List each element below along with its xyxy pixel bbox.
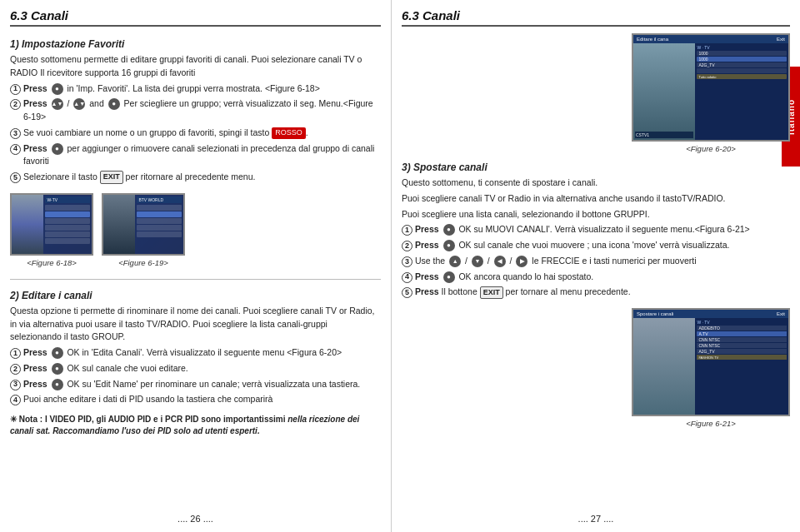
nav-icon-2: ▲▼ xyxy=(73,98,85,110)
menu-r3 xyxy=(45,218,90,224)
figure-18-screen: W-TV xyxy=(10,193,93,256)
menu-r2 xyxy=(45,211,90,217)
move-step-3: 3 Use the ▲ / ▼ / ◀ / ▶ le FRECCIE e i t… xyxy=(402,255,790,268)
figure-18-box: W-TV <Figure 6-18> xyxy=(10,193,93,267)
menu-header-2: BTV WORLD xyxy=(137,196,182,203)
right-icon: ▶ xyxy=(516,256,528,267)
figures-row-1: W-TV <Figure 6-18> BTV WORLD xyxy=(10,193,381,267)
screen20-body: CSTV1 W · TV 1000 1000 A2G_TV Tutto adat… xyxy=(633,43,788,140)
move-step-5: 5 Press Il bottone EXIT per tornare al m… xyxy=(402,286,790,299)
figure-18-label: <Figure 6-18> xyxy=(27,258,77,267)
figure-20-screen: Editare il canaExit CSTV1 W · TV 1000 10… xyxy=(632,33,790,142)
ok-icon-e1: ● xyxy=(52,347,63,359)
ok-icon-3: ● xyxy=(52,143,63,155)
move-step-num-2: 2 xyxy=(402,241,412,251)
edit-step-3: 3 Press ● OK su 'Edit Name' per rinomina… xyxy=(10,378,381,391)
edit-step-num-2: 2 xyxy=(10,364,21,375)
figure-21-container: Spostare i canaliExit W · TV ADDEBITO A.… xyxy=(402,308,790,428)
right-section-title: 6.3 Canali xyxy=(402,8,790,27)
figure-20-label: <Figure 6-20> xyxy=(686,144,736,153)
step-2: 2 Press ▲▼ / ▲▼ and ● Per sciegliere un … xyxy=(10,97,381,124)
move-step-2: 2 Press ● OK sul canale che vuoi muovere… xyxy=(402,239,790,252)
ok-icon-e2: ● xyxy=(52,363,63,375)
figure-19-screen: BTV WORLD xyxy=(102,193,185,256)
step-3: 3 Se vuoi cambiare un nome o un gruppo d… xyxy=(10,127,381,140)
edit-intro: Questa opzione ti permette di rinominare… xyxy=(10,305,381,346)
screen21-img xyxy=(633,318,695,415)
menu2-r1 xyxy=(137,205,182,211)
left-page-num: .... 26 .... xyxy=(10,510,381,524)
ok-icon-m4: ● xyxy=(443,271,455,283)
move-step-num-4: 4 xyxy=(402,272,412,283)
move-step-num-1: 1 xyxy=(402,225,412,236)
edit-step-2: 2 Press ● OK sul canale che vuoi editare… xyxy=(10,362,381,375)
step-4: 4 Press ● per aggiunger o rimuovere cana… xyxy=(10,142,381,169)
subsection3-title: 3) Spostare canali xyxy=(402,162,790,173)
up-icon: ▲ xyxy=(449,256,461,267)
edit-step-4: 4 Puoi anche editare i dati di PID usand… xyxy=(10,393,381,406)
step-num-3: 3 xyxy=(10,128,21,139)
ok-icon-m2: ● xyxy=(443,240,455,251)
red-key: ROSSO xyxy=(272,127,306,139)
menu2-r4 xyxy=(137,225,182,231)
move-step-num-3: 3 xyxy=(402,256,412,267)
menu2-r2 xyxy=(137,211,182,217)
exit-key-2: EXIT xyxy=(480,286,503,300)
note-box: ✳ Nota : I VIDEO PID, gli AUDIO PID e i … xyxy=(10,414,381,437)
screen20-header: Editare il canaExit xyxy=(633,35,788,43)
menu2-r5 xyxy=(137,231,182,237)
move-step-num-5: 5 xyxy=(402,287,412,298)
right-page: Italiano 6.3 Canali Editare il canaExit … xyxy=(392,0,800,532)
move-intro: Questo sottomenu, ti consente di spostar… xyxy=(402,177,790,223)
figure-19-img xyxy=(103,195,135,254)
screen20-img: CSTV1 xyxy=(633,43,695,140)
right-page-num: .... 27 .... xyxy=(402,510,790,524)
down-icon: ▼ xyxy=(472,256,483,267)
edit-step-num-3: 3 xyxy=(10,380,21,390)
step-num-1: 1 xyxy=(10,84,21,95)
screen21-body: W · TV ADDEBITO A.TV CNN NTSC CNN NTSC A… xyxy=(633,318,788,415)
screen21-menu: W · TV ADDEBITO A.TV CNN NTSC CNN NTSC A… xyxy=(695,318,788,415)
figure-20-container: Editare il canaExit CSTV1 W · TV 1000 10… xyxy=(402,33,790,153)
screen20-menu: W · TV 1000 1000 A2G_TV Tutto adatto xyxy=(695,43,788,140)
subsection1-title: 1) Impostazione Favoriti xyxy=(10,38,381,50)
step-num-5: 5 xyxy=(10,172,21,183)
divider-1 xyxy=(10,279,381,280)
move-step-1: 1 Press ● OK su MUOVI CANALI'. Verrà vis… xyxy=(402,223,790,236)
left-page: 6.3 Canali 1) Impostazione Favoriti Ques… xyxy=(0,0,392,532)
step-5: 5 Selezionare il tasto EXIT per ritornar… xyxy=(10,171,381,184)
step-1: 1 Press ● in 'Imp. Favoriti'. La lista d… xyxy=(10,82,381,96)
figure-18-img xyxy=(12,195,43,254)
ok-icon-m1: ● xyxy=(443,224,455,236)
menu-header: W-TV xyxy=(45,196,90,203)
ok-icon-2: ● xyxy=(108,98,120,110)
screen21-header: Spostare i canaliExit xyxy=(633,310,788,318)
figure-21-screen: Spostare i canaliExit W · TV ADDEBITO A.… xyxy=(632,308,790,416)
left-section-title: 6.3 Canali xyxy=(10,8,381,27)
edit-step-1: 1 Press ● OK in 'Edita Canali'. Verrà vi… xyxy=(10,346,381,360)
figure-18-menu: W-TV xyxy=(43,195,92,254)
menu2-r3 xyxy=(137,218,182,224)
step-num-4: 4 xyxy=(10,144,21,155)
nav-icon-1: ▲▼ xyxy=(52,98,63,110)
menu-r6 xyxy=(45,238,90,244)
step-num-2: 2 xyxy=(10,99,21,110)
subsection2-title: 2) Editare i canali xyxy=(10,290,381,301)
exit-key-1: EXIT xyxy=(100,171,123,184)
edit-step-num-4: 4 xyxy=(10,395,21,405)
figure-20-box: Editare il canaExit CSTV1 W · TV 1000 10… xyxy=(632,33,790,153)
figure-21-box: Spostare i canaliExit W · TV ADDEBITO A.… xyxy=(632,308,790,428)
ok-icon-1: ● xyxy=(52,83,63,95)
ok-icon-e3: ● xyxy=(52,379,63,390)
left-icon: ◀ xyxy=(494,256,506,267)
menu-r4 xyxy=(45,225,90,231)
menu-r5 xyxy=(45,231,90,237)
intro-text: Questo sottomenu permette di editare gru… xyxy=(10,53,381,82)
figure-19-label: <Figure 6-19> xyxy=(118,258,168,267)
edit-step-num-1: 1 xyxy=(10,348,21,359)
figure-19-menu: BTV WORLD xyxy=(135,195,183,254)
figure-19-box: BTV WORLD <Figure 6-19> xyxy=(102,193,185,267)
move-step-4: 4 Press ● OK ancora quando lo hai sposta… xyxy=(402,271,790,284)
menu-r1 xyxy=(45,205,90,211)
figure-21-label: <Figure 6-21> xyxy=(686,419,736,428)
